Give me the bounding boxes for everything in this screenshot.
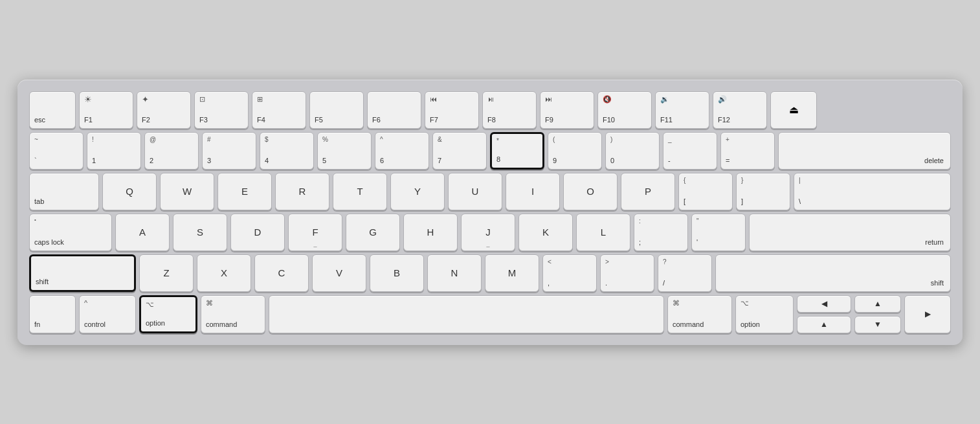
key-e[interactable]: E [217, 173, 272, 210]
key-f12[interactable]: 🔊 F12 [713, 91, 767, 129]
key-1[interactable]: ! 1 [87, 132, 141, 170]
key-z[interactable]: Z [139, 254, 194, 292]
arrow-left-icon: ◀ [821, 299, 827, 308]
arrow-keys: ◀ ▲ [797, 295, 851, 333]
key-2-label: 2 [150, 157, 153, 165]
key-option-right[interactable]: ⌥ option [735, 295, 794, 333]
key-x[interactable]: X [197, 254, 251, 292]
key-f1[interactable]: ☀ F1 [79, 91, 133, 129]
key-m[interactable]: M [485, 254, 539, 292]
key-g[interactable]: G [346, 214, 400, 251]
key-p[interactable]: P [621, 173, 675, 210]
key-shift-left[interactable]: shift [29, 254, 136, 292]
key-comma[interactable]: < , [542, 254, 597, 292]
key-bracket-open[interactable]: { [ [678, 173, 733, 210]
key-d[interactable]: D [230, 214, 285, 251]
key-f3[interactable]: ⊡ F3 [194, 91, 249, 129]
key-t[interactable]: T [333, 173, 387, 210]
key-g-label: G [351, 218, 395, 247]
key-v[interactable]: V [312, 254, 366, 292]
key-7-top: & [438, 136, 442, 143]
key-eject[interactable]: ⏏ [770, 91, 817, 129]
key-l[interactable]: L [576, 214, 630, 251]
key-capslock[interactable]: • caps lock [29, 214, 112, 251]
key-v-label: V [317, 258, 361, 288]
key-f8[interactable]: ⏯ F8 [482, 91, 537, 129]
tab-row: tab Q W E R T Y U I O P [29, 173, 951, 210]
key-arrow-down-key[interactable]: ▼ [854, 316, 901, 333]
key-fn[interactable]: fn [29, 295, 76, 333]
key-space[interactable] [269, 295, 664, 333]
key-y[interactable]: Y [390, 173, 445, 210]
key-6[interactable]: ^ 6 [375, 132, 429, 170]
key-semicolon[interactable]: : ; [634, 214, 688, 251]
key-backslash[interactable]: | \ [794, 173, 951, 210]
key-arrow-up-key[interactable]: ▲ [854, 295, 901, 313]
key-3-label: 3 [207, 157, 211, 165]
key-i[interactable]: I [506, 173, 560, 210]
key-f7[interactable]: ⏮ F7 [425, 91, 479, 129]
key-backtick[interactable]: ~ ` [29, 132, 84, 170]
key-f10-label: F10 [603, 116, 615, 124]
key-c[interactable]: C [254, 254, 309, 292]
key-period[interactable]: > . [600, 254, 654, 292]
key-4[interactable]: $ 4 [260, 132, 314, 170]
key-bracket-close[interactable]: } ] [736, 173, 790, 210]
key-command-left-label: command [206, 320, 237, 329]
key-f10[interactable]: 🔇 F10 [597, 91, 652, 129]
key-0[interactable]: ) 0 [605, 132, 660, 170]
key-n[interactable]: N [427, 254, 482, 292]
key-2-top: @ [150, 136, 156, 143]
key-esc[interactable]: esc [29, 91, 76, 129]
key-quote[interactable]: " ' [691, 214, 746, 251]
key-f6[interactable]: F6 [367, 91, 421, 129]
key-control-left[interactable]: ^ control [79, 295, 136, 333]
key-u-label: U [453, 177, 497, 206]
key-delete[interactable]: delete [778, 132, 951, 170]
key-3[interactable]: # 3 [202, 132, 256, 170]
key-r[interactable]: R [275, 173, 329, 210]
key-2[interactable]: @ 2 [144, 132, 199, 170]
key-arrow-left[interactable]: ◀ [797, 295, 851, 313]
key-h[interactable]: H [403, 214, 458, 251]
key-command-right-icon: ⌘ [673, 299, 680, 307]
key-f4[interactable]: ⊞ F4 [252, 91, 306, 129]
key-return[interactable]: return [749, 214, 951, 251]
key-backslash-top: | [799, 177, 801, 184]
key-s[interactable]: S [173, 214, 227, 251]
key-l-label: L [581, 218, 625, 247]
keyboard: esc ☀ F1 ✦ F2 ⊡ F3 ⊞ F4 F5 F6 [17, 80, 963, 345]
arrow-right-group: ▲ ▼ ▶ [854, 295, 951, 333]
key-q[interactable]: Q [102, 173, 157, 210]
key-equals[interactable]: + = [720, 132, 775, 170]
key-m-label: M [490, 258, 534, 288]
key-shift-right[interactable]: shift [715, 254, 951, 292]
key-arrow-up[interactable]: ▲ [797, 316, 851, 333]
key-command-left[interactable]: ⌘ command [201, 295, 265, 333]
key-option-left[interactable]: ⌥ option [139, 295, 197, 333]
key-a[interactable]: A [115, 214, 170, 251]
key-i-label: I [511, 177, 555, 206]
key-b[interactable]: B [370, 254, 424, 292]
key-f9[interactable]: ⏭ F9 [540, 91, 594, 129]
key-f5[interactable]: F5 [309, 91, 364, 129]
key-9[interactable]: ( 9 [548, 132, 602, 170]
key-minus[interactable]: _ - [663, 132, 717, 170]
key-k[interactable]: K [518, 214, 573, 251]
key-f[interactable]: F _ [288, 214, 342, 251]
key-u[interactable]: U [448, 173, 502, 210]
key-f2[interactable]: ✦ F2 [137, 91, 191, 129]
key-tab[interactable]: tab [29, 173, 99, 210]
arrow-down-key-icon: ▼ [874, 320, 882, 329]
key-o[interactable]: O [563, 173, 618, 210]
key-w[interactable]: W [160, 173, 214, 210]
key-7[interactable]: & 7 [432, 132, 487, 170]
key-f7-icon: ⏮ [430, 95, 437, 103]
key-8[interactable]: * 8 [490, 132, 544, 170]
key-arrow-right[interactable]: ▶ [904, 295, 951, 333]
key-command-right[interactable]: ⌘ command [667, 295, 732, 333]
key-j[interactable]: J _ [461, 214, 515, 251]
key-f11[interactable]: 🔉 F11 [655, 91, 709, 129]
key-slash[interactable]: ? / [658, 254, 712, 292]
key-5[interactable]: % 5 [317, 132, 372, 170]
